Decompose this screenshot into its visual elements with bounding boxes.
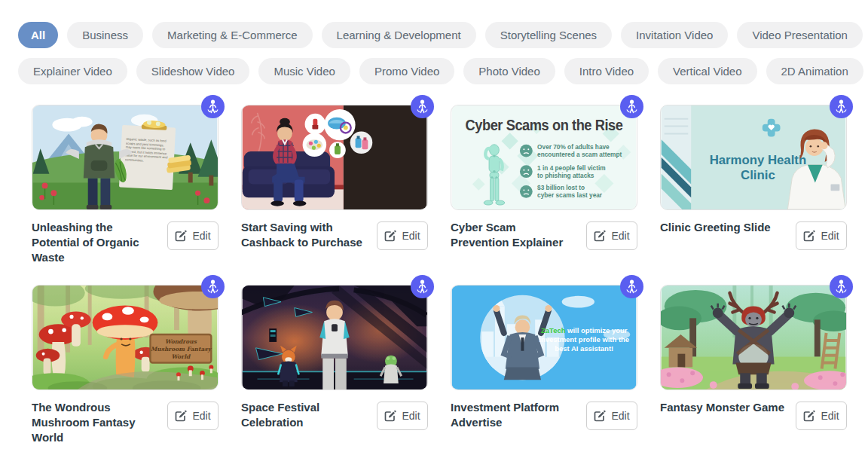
cyber-bullet-2-line-1: 1 in 4 people fell victim <box>537 165 606 172</box>
sign-line-3: World <box>172 353 191 360</box>
investment-line-1-rest: will optimize your <box>565 326 627 334</box>
filter-chip-photo-video[interactable]: Photo Video <box>463 58 555 84</box>
investment-scene: ZaTech will optimize your investment pro… <box>451 286 637 389</box>
filter-row-2: Explainer Video Slideshow Video Music Vi… <box>18 58 850 84</box>
filter-chip-video-presentation[interactable]: Video Presentation <box>737 22 862 48</box>
clinic-scene: Harmony Health Clinic <box>661 105 846 209</box>
character-badge-icon <box>411 275 434 298</box>
cashback-scene <box>242 105 427 209</box>
template-thumbnail-investment[interactable]: ZaTech will optimize your investment pro… <box>451 285 637 390</box>
filter-chip-business[interactable]: Business <box>67 22 143 48</box>
edit-button-label: Edit <box>611 230 629 242</box>
filter-chip-promo-video[interactable]: Promo Video <box>359 58 454 84</box>
svg-text:ZaTech will optimize your: ZaTech will optimize your <box>541 326 628 334</box>
edit-button-label: Edit <box>821 410 839 422</box>
character-badge-icon <box>411 95 434 118</box>
filter-chip-learning-development[interactable]: Learning & Development <box>322 22 476 48</box>
template-thumbnail-fantasy-monster[interactable] <box>660 285 847 390</box>
character-badge-icon <box>830 275 853 298</box>
filter-chip-slideshow-video[interactable]: Slideshow Video <box>136 58 250 84</box>
space-festival-scene <box>242 286 427 389</box>
filter-chip-vertical-video[interactable]: Vertical Video <box>658 58 756 84</box>
edit-pencil-icon <box>384 410 396 422</box>
edit-button[interactable]: Edit <box>377 402 428 430</box>
template-title: Investment Platform Advertise <box>451 400 577 430</box>
clinic-name-line-2: Clinic <box>741 168 775 182</box>
investment-line-3: best AI assistant! <box>555 344 613 353</box>
character-badge-icon <box>620 275 643 298</box>
edit-button[interactable]: Edit <box>796 402 847 430</box>
template-card: Harmony Health Clinic <box>660 105 847 264</box>
template-thumbnail-organic-waste[interactable]: Organic waste, such as food scraps and y… <box>32 105 219 210</box>
edit-button[interactable]: Edit <box>167 221 219 250</box>
filter-chip-storytelling-scenes[interactable]: Storytelling Scenes <box>485 22 612 48</box>
investment-brand: ZaTech <box>541 326 566 334</box>
organic-waste-paragraph: Organic waste, such as food scraps and y… <box>125 137 170 164</box>
edit-button[interactable]: Edit <box>586 221 637 250</box>
template-card: Wondrous Mushroom Fantasy World The Wond… <box>32 285 219 444</box>
filter-chip-invitation-video[interactable]: Invitation Video <box>621 22 728 48</box>
cyber-headline: Cyber Scams on the Rise <box>466 116 623 133</box>
template-thumbnail-cyber-scam[interactable]: Cyber Scams on the Rise <box>451 105 637 210</box>
filter-chip-intro-video[interactable]: Intro Video <box>564 58 649 84</box>
template-card: ZaTech will optimize your investment pro… <box>451 285 637 444</box>
template-title: Space Festival Celebration <box>241 400 368 430</box>
edit-pencil-icon <box>594 410 606 422</box>
template-card: Fantasy Monster Game Edit <box>660 285 847 444</box>
edit-pencil-icon <box>803 410 815 422</box>
template-title: Cyber Scam Prevention Explainer <box>451 220 577 250</box>
character-badge-icon <box>620 95 643 118</box>
cyber-bullet-1-line-2: encountered a scam attempt <box>537 151 622 158</box>
mushroom-scene: Wondrous Mushroom Fantasy World <box>32 286 218 389</box>
investment-line-2: investment profile with the <box>539 335 629 344</box>
template-card: Start Saving with Cashback to Purchase E… <box>241 105 428 264</box>
edit-button-label: Edit <box>821 230 839 242</box>
character-badge-icon <box>201 95 225 118</box>
template-card: Cyber Scams on the Rise <box>451 105 637 264</box>
edit-button-label: Edit <box>611 410 629 422</box>
template-thumbnail-mushroom[interactable]: Wondrous Mushroom Fantasy World <box>32 285 219 390</box>
cyber-scam-scene: Cyber Scams on the Rise <box>451 105 637 209</box>
template-title: Fantasy Monster Game <box>660 400 787 415</box>
filter-chip-all[interactable]: All <box>18 22 58 48</box>
edit-button[interactable]: Edit <box>586 402 637 430</box>
organic-waste-scene: Organic waste, such as food scraps and y… <box>32 105 218 209</box>
edit-button-label: Edit <box>192 230 210 242</box>
filter-chip-2d-animation[interactable]: 2D Animation <box>766 58 863 84</box>
edit-button[interactable]: Edit <box>377 221 428 250</box>
cyber-bullet-1-line-1: Over 70% of adults have <box>537 144 610 151</box>
filter-chip-music-video[interactable]: Music Video <box>258 58 350 84</box>
template-title: Clinic Greeting Slide <box>660 220 787 235</box>
edit-button[interactable]: Edit <box>167 402 219 430</box>
template-card: Space Festival Celebration Edit <box>241 285 428 444</box>
character-badge-icon <box>201 275 225 298</box>
template-title: Unleashing the Potential of Organic Wast… <box>32 220 158 264</box>
template-thumbnail-clinic[interactable]: Harmony Health Clinic <box>660 105 847 210</box>
template-grid: Organic waste, such as food scraps and y… <box>32 105 836 445</box>
cyber-bullet-2-line-2: to phishing attacks <box>537 173 594 179</box>
template-title: Start Saving with Cashback to Purchase <box>241 220 368 250</box>
filter-chip-explainer-video[interactable]: Explainer Video <box>18 58 127 84</box>
filter-chip-marketing-ecommerce[interactable]: Marketing & E-Commerce <box>152 22 313 48</box>
sign-line-2: Mushroom Fantasy <box>151 346 212 353</box>
template-thumbnail-cashback[interactable] <box>241 105 428 210</box>
edit-button[interactable]: Edit <box>796 221 847 250</box>
edit-pencil-icon <box>803 230 815 242</box>
edit-button-label: Edit <box>402 230 420 242</box>
cyber-bullet-3-line-1: $3 billion lost to <box>537 185 585 191</box>
filter-row-1: All Business Marketing & E-Commerce Lear… <box>18 22 850 48</box>
edit-pencil-icon <box>384 230 396 242</box>
character-badge-icon <box>830 95 853 118</box>
edit-pencil-icon <box>175 230 187 242</box>
sign-line-1: Wondrous <box>165 338 197 345</box>
fantasy-monster-scene <box>661 286 846 389</box>
edit-pencil-icon <box>594 230 606 242</box>
template-card: Organic waste, such as food scraps and y… <box>32 105 219 264</box>
template-thumbnail-space-festival[interactable] <box>241 285 428 390</box>
edit-button-label: Edit <box>402 410 420 422</box>
template-title: The Wondrous Mushroom Fantasy World <box>32 400 158 444</box>
edit-pencil-icon <box>175 410 187 422</box>
edit-button-label: Edit <box>192 410 210 422</box>
filter-bar: All Business Marketing & E-Commerce Lear… <box>0 0 868 84</box>
cyber-bullet-3-line-2: cyber scams last year <box>537 192 603 199</box>
